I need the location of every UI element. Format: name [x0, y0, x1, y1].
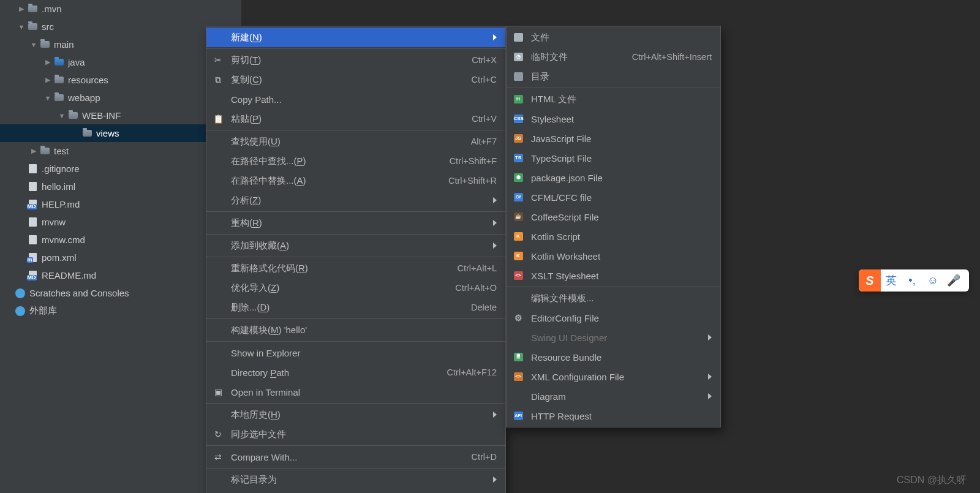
menu-item[interactable]: JSJavaScript File: [507, 129, 720, 148]
menu-item[interactable]: ⇄Compare With...Ctrl+D: [206, 447, 505, 467]
ime-toolbar[interactable]: S 英 •, ☺ 🎤: [859, 269, 969, 292]
menu-item-label: 编辑文件模板...: [531, 293, 594, 304]
menu-item[interactable]: 优化导入(Z)Ctrl+Alt+O: [206, 278, 505, 298]
tree-item[interactable]: ▼WEB-INF: [0, 107, 241, 124]
submenu-arrow-icon: [493, 34, 497, 40]
menu-item[interactable]: Directory PathCtrl+Alt+F12: [206, 363, 505, 382]
tree-item-label: src: [42, 21, 54, 32]
tree-item[interactable]: mvnw.cmd: [0, 231, 241, 249]
menu-item[interactable]: 在路径中查找...(P)Ctrl+Shift+F: [206, 151, 505, 171]
tree-item[interactable]: MDHELP.md: [0, 195, 241, 213]
menu-item[interactable]: ⬢package.json File: [507, 168, 720, 187]
cf-icon: Cf: [511, 190, 525, 204]
menu-separator: [206, 445, 505, 446]
blank-icon: [511, 292, 525, 305]
menu-item[interactable]: 编辑文件模板...: [507, 288, 720, 308]
menu-item[interactable]: CSSStylesheet: [507, 109, 720, 129]
chevron-right-icon[interactable]: ▶: [17, 5, 26, 13]
tree-item[interactable]: ▼src: [0, 18, 241, 36]
tree-item[interactable]: hello.iml: [0, 178, 241, 195]
chevron-down-icon[interactable]: ▼: [43, 94, 52, 102]
folder-icon: [53, 92, 64, 103]
chevron-right-icon[interactable]: ▶: [29, 147, 38, 156]
menu-item[interactable]: 标记目录为: [206, 470, 505, 489]
ime-mode[interactable]: 英: [881, 269, 902, 292]
menu-item[interactable]: KKotlin Worksheet: [507, 246, 720, 266]
tree-item[interactable]: ▶test: [0, 142, 241, 160]
menu-item-label: package.json File: [531, 173, 603, 183]
tree-item[interactable]: ▶.mvn: [0, 0, 241, 18]
menu-item[interactable]: 构建模块(M) 'hello': [206, 320, 505, 340]
menu-item[interactable]: 在路径中替换...(A)Ctrl+Shift+R: [206, 171, 505, 190]
menu-item[interactable]: Diagram: [507, 386, 720, 406]
menu-item[interactable]: ◔临时文件Ctrl+Alt+Shift+Insert: [507, 47, 720, 67]
menu-item[interactable]: 本地历史(H): [206, 405, 505, 424]
tree-item[interactable]: .gitignore: [0, 160, 241, 178]
library-icon: [15, 306, 26, 317]
blank-icon: [511, 331, 525, 344]
folder-icon: [53, 75, 64, 86]
chevron-down-icon[interactable]: ▼: [17, 23, 26, 31]
ime-skin-icon[interactable]: •,: [902, 269, 922, 292]
menu-separator: [206, 211, 505, 212]
menu-item[interactable]: 新建(N): [206, 28, 505, 47]
menu-item[interactable]: 重新格式化代码(R)Ctrl+Alt+L: [206, 258, 505, 278]
menu-item[interactable]: HHTML 文件: [507, 89, 720, 109]
menu-separator: [206, 48, 505, 49]
ime-mic-icon[interactable]: 🎤: [943, 269, 964, 292]
menu-item[interactable]: Show in Explorer: [206, 343, 505, 363]
menu-item[interactable]: Remove BOM: [206, 489, 505, 493]
tree-item[interactable]: ▶resources: [0, 71, 241, 89]
menu-item[interactable]: 查找使用(U)Alt+F7: [206, 132, 505, 151]
menu-item[interactable]: ≣Resource Bundle: [507, 347, 720, 367]
chevron-right-icon[interactable]: ▶: [43, 76, 52, 85]
tree-item[interactable]: mvnw: [0, 213, 241, 231]
menu-item[interactable]: TSTypeScript File: [507, 148, 720, 168]
blank-icon: [211, 194, 225, 207]
blank-icon: [211, 154, 225, 168]
tree-item[interactable]: ▼main: [0, 36, 241, 53]
menu-item-shortcut: Ctrl+Alt+O: [455, 283, 497, 293]
tree-item[interactable]: mpom.xml: [0, 249, 241, 266]
file-icon: [27, 235, 38, 246]
menu-item[interactable]: CfCFML/CFC file: [507, 187, 720, 207]
html-icon: H: [511, 92, 525, 106]
menu-item-label: XSLT Stylesheet: [531, 271, 598, 281]
ime-emoji-icon[interactable]: ☺: [922, 269, 943, 292]
blank-icon: [211, 262, 225, 275]
menu-item[interactable]: 文件: [507, 28, 720, 47]
spacer: [5, 289, 13, 298]
menu-item[interactable]: ☕CoffeeScript File: [507, 207, 720, 227]
menu-item-label: Stylesheet: [531, 114, 574, 124]
menu-item[interactable]: 重构(R): [206, 213, 505, 233]
menu-item[interactable]: ↻同步选中文件: [206, 424, 505, 444]
menu-item[interactable]: 📋粘贴(P)Ctrl+V: [206, 109, 505, 129]
menu-item-label: 重新格式化代码(R): [231, 263, 308, 274]
menu-item-label: EditorConfig File: [531, 313, 599, 323]
menu-item[interactable]: ⧉复制(C)Ctrl+C: [206, 70, 505, 89]
chevron-down-icon[interactable]: ▼: [29, 40, 38, 49]
menu-item[interactable]: ▣Open in Terminal: [206, 382, 505, 402]
tree-item[interactable]: 外部库: [0, 302, 241, 320]
menu-item[interactable]: 删除...(D)Delete: [206, 298, 505, 317]
menu-item[interactable]: 添加到收藏(A): [206, 236, 505, 255]
menu-item[interactable]: KKotlin Script: [507, 227, 720, 246]
tree-item[interactable]: views: [0, 124, 241, 142]
tree-item[interactable]: ▶java: [0, 53, 241, 71]
chevron-down-icon[interactable]: ▼: [58, 111, 66, 120]
css-icon: CSS: [511, 112, 525, 126]
menu-item[interactable]: <>XSLT Stylesheet: [507, 266, 720, 285]
tree-item[interactable]: MDREADME.md: [0, 266, 241, 284]
chevron-right-icon[interactable]: ▶: [43, 58, 52, 67]
menu-item[interactable]: Copy Path...: [206, 89, 505, 109]
menu-item[interactable]: ✂剪切(T)Ctrl+X: [206, 50, 505, 70]
kotlin-icon: K: [511, 249, 525, 263]
spacer: [17, 236, 26, 244]
menu-item[interactable]: 目录: [507, 67, 720, 86]
menu-item[interactable]: ⚙EditorConfig File: [507, 308, 720, 328]
tree-item[interactable]: ▼webapp: [0, 89, 241, 107]
tree-item[interactable]: Scratches and Consoles: [0, 284, 241, 302]
menu-item[interactable]: <>XML Configuration File: [507, 367, 720, 386]
menu-item[interactable]: 分析(Z): [206, 190, 505, 210]
menu-item[interactable]: APIHTTP Request: [507, 406, 720, 426]
